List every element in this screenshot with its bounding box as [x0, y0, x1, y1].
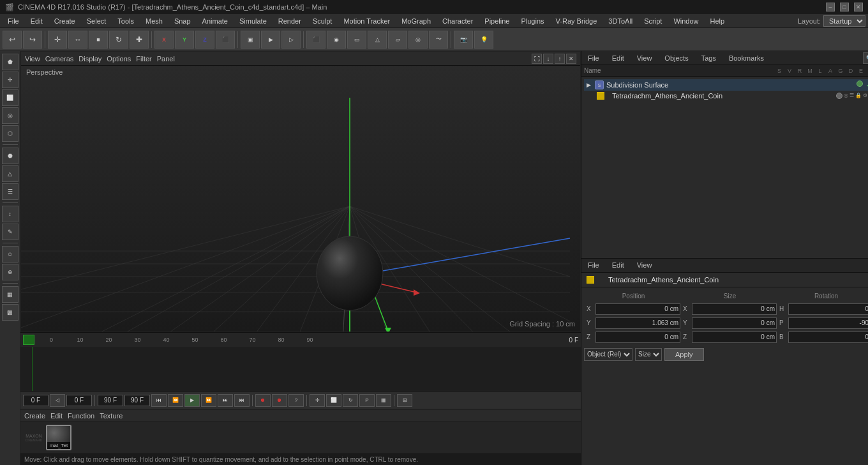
vp-menu-panel[interactable]: Panel	[157, 55, 175, 63]
end-frame-input2[interactable]	[124, 395, 150, 406]
menu-vray[interactable]: V-Ray Bridge	[551, 16, 602, 26]
frame-start-minus[interactable]: ◁	[50, 394, 65, 407]
subdiv-checkmark[interactable]: ✓	[864, 80, 868, 89]
menu-mesh[interactable]: Mesh	[140, 16, 168, 26]
menu-edit[interactable]: Edit	[26, 16, 48, 26]
yaxis-button[interactable]: Y	[175, 31, 194, 49]
title-bar-controls[interactable]: – □ ✕	[826, 3, 863, 11]
minimize-button[interactable]: –	[826, 3, 835, 11]
tc-param[interactable]: P	[359, 394, 375, 407]
menu-select[interactable]: Select	[82, 16, 112, 26]
light-button[interactable]: 💡	[474, 31, 493, 49]
torus-button[interactable]: ◎	[408, 31, 428, 49]
pos-x-input[interactable]	[595, 303, 680, 315]
om-tab-edit[interactable]: Edit	[608, 53, 628, 63]
mode-button-10[interactable]: ☺	[2, 246, 19, 263]
om-search-btn[interactable]: 🔍	[863, 52, 868, 64]
mode-button-1[interactable]: ✛	[2, 72, 19, 88]
tc-scale2[interactable]: ⬜	[326, 394, 341, 407]
menu-help[interactable]: Help	[705, 16, 730, 26]
coin-dot[interactable]	[836, 93, 842, 99]
spline-button[interactable]: 〜	[429, 31, 448, 49]
rot-p-input[interactable]	[788, 317, 868, 329]
rotate-button[interactable]: ↻	[109, 31, 128, 49]
mode-button-9[interactable]: ✎	[2, 224, 19, 240]
menu-file[interactable]: File	[3, 16, 24, 26]
props-dropdown-2[interactable]: Size	[635, 348, 662, 361]
vp-ctrl-2[interactable]: ↓	[543, 54, 553, 64]
tc-prev[interactable]: ⏪	[168, 394, 183, 407]
tc-loop[interactable]: ⏭	[234, 394, 250, 407]
props-tab-edit[interactable]: Edit	[608, 260, 628, 270]
redo-button[interactable]: ↪	[23, 31, 42, 49]
mode-button-7[interactable]: ☰	[2, 183, 19, 200]
props-dropdown-1[interactable]: Object (Rel)	[584, 348, 632, 361]
tc-record[interactable]: ⏺	[255, 394, 271, 407]
undo-button[interactable]: ↩	[3, 31, 22, 49]
maximize-button[interactable]: □	[840, 3, 849, 11]
xaxis-button[interactable]: X	[154, 31, 174, 49]
cube-button[interactable]: ⬛	[306, 31, 326, 49]
mode-button-2[interactable]: ⬜	[2, 89, 19, 106]
subdiv-expand[interactable]: ▶	[587, 82, 591, 88]
mode-button-3[interactable]: ◎	[2, 107, 19, 124]
vp-ctrl-1[interactable]: ⛶	[532, 54, 542, 64]
tc-step-last[interactable]: ⏭	[218, 394, 233, 407]
tc-record2[interactable]: ⏺	[272, 394, 287, 407]
mode-button-12[interactable]: ▦	[2, 286, 19, 303]
om-tab-objects[interactable]: Objects	[661, 53, 692, 63]
size-z-input[interactable]	[692, 332, 777, 343]
rot-b-input[interactable]	[788, 332, 868, 343]
render-region-button[interactable]: ▣	[241, 31, 260, 49]
close-button[interactable]: ✕	[854, 3, 863, 11]
obj-row-coin[interactable]: Tetradrachm_Athens_Ancient_Coin ◎ ☰ 🔒 ⚙ …	[584, 91, 868, 101]
timeline-tracks[interactable]	[20, 347, 581, 391]
menu-sculpt[interactable]: Sculpt	[308, 16, 338, 26]
plane-button[interactable]: ▱	[388, 31, 407, 49]
pos-y-input[interactable]	[595, 317, 680, 329]
menu-script[interactable]: Script	[639, 16, 667, 26]
om-tab-tags[interactable]: Tags	[698, 53, 720, 63]
tc-all[interactable]: ▦	[376, 394, 391, 407]
scale-button[interactable]: ■	[89, 31, 108, 49]
menu-pipeline[interactable]: Pipeline	[479, 16, 514, 26]
render-button[interactable]: ▷	[281, 31, 301, 49]
menu-simulate[interactable]: Simulate	[234, 16, 272, 26]
tc-step1[interactable]: ⏮	[151, 394, 167, 407]
obj-row-subdiv[interactable]: ▶ S Subdivision Surface ✓	[584, 79, 868, 91]
size-y-input[interactable]	[692, 317, 777, 329]
start-frame-input[interactable]	[66, 395, 92, 406]
apply-button[interactable]: Apply	[664, 348, 704, 361]
menu-tools[interactable]: Tools	[112, 16, 139, 26]
props-tab-file[interactable]: File	[584, 260, 603, 270]
mode-button-5[interactable]: ⬣	[2, 148, 19, 164]
mat-menu-function[interactable]: Function	[68, 412, 94, 420]
menu-snap[interactable]: Snap	[169, 16, 196, 26]
viewport-canvas[interactable]: .grid-line { stroke: #3a3a3a; stroke-wid…	[21, 66, 580, 332]
cone-button[interactable]: △	[368, 31, 387, 49]
menu-window[interactable]: Window	[668, 16, 703, 26]
menu-render[interactable]: Render	[273, 16, 306, 26]
sphere-button[interactable]: ◉	[327, 31, 346, 49]
tc-help[interactable]: ?	[288, 394, 304, 407]
vp-menu-cameras[interactable]: Cameras	[45, 55, 74, 63]
end-frame-input[interactable]	[98, 395, 123, 406]
material-swatch-0[interactable]: mat_Tet	[46, 425, 71, 450]
mat-menu-create[interactable]: Create	[24, 412, 45, 420]
mode-button-4[interactable]: ⬡	[2, 125, 19, 142]
om-tab-bookmarks[interactable]: Bookmarks	[725, 53, 768, 63]
vp-menu-view[interactable]: View	[25, 55, 40, 63]
move-button[interactable]: ↔	[68, 31, 87, 49]
vp-menu-display[interactable]: Display	[79, 55, 101, 63]
om-tab-file[interactable]: File	[584, 53, 603, 63]
vp-ctrl-4[interactable]: ✕	[566, 54, 576, 64]
current-frame-input[interactable]	[23, 395, 49, 406]
size-x-input[interactable]	[692, 303, 777, 315]
vp-menu-filter[interactable]: Filter	[136, 55, 151, 63]
subdiv-dot[interactable]	[857, 80, 863, 87]
zaxis-button[interactable]: Z	[195, 31, 214, 49]
menu-create[interactable]: Create	[49, 16, 80, 26]
mat-menu-texture[interactable]: Texture	[100, 412, 123, 420]
transform-button[interactable]: ✚	[130, 31, 149, 49]
rot-h-input[interactable]	[788, 303, 868, 315]
